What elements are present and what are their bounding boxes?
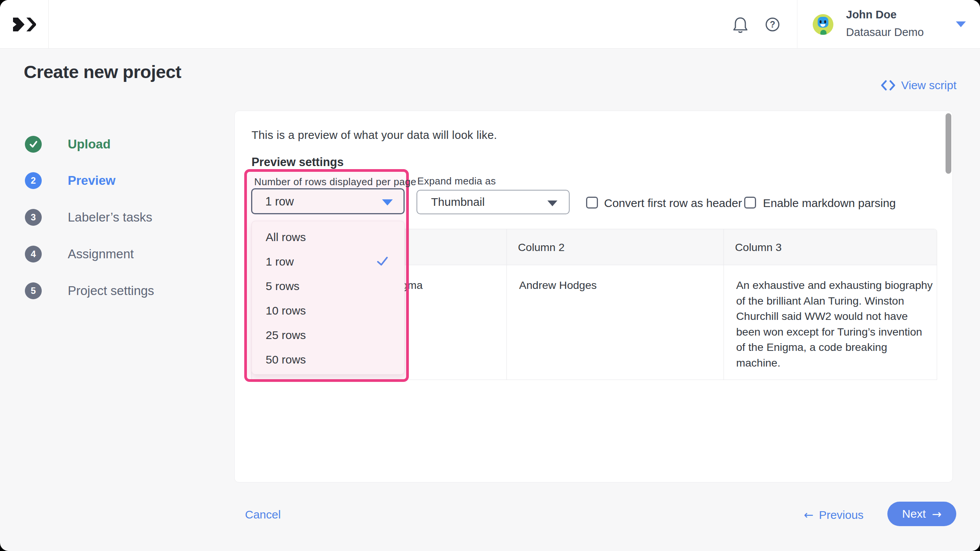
avatar-face	[818, 17, 828, 28]
notifications-bell-icon[interactable]	[732, 16, 749, 34]
rows-per-page-label: Number of rows displayed per page	[254, 176, 416, 188]
preview-intro-text: This is a preview of what your data will…	[252, 129, 497, 142]
markdown-parsing-label: Enable markdown parsing	[763, 197, 896, 210]
dropdown-option-all-rows[interactable]: All rows	[252, 225, 404, 249]
dropdown-option-1-row[interactable]: 1 row	[252, 249, 404, 274]
arrow-right-icon: →	[932, 507, 941, 521]
previous-label: Previous	[819, 509, 864, 522]
stepper-item-assignment[interactable]: 4 Assignment	[25, 246, 201, 262]
avatar[interactable]	[813, 14, 833, 35]
user-menu-caret-icon[interactable]	[956, 21, 966, 27]
stepper-item-labelers-tasks[interactable]: 3 Labeler’s tasks	[25, 209, 201, 226]
rows-per-page-select[interactable]: 1 row	[251, 188, 405, 214]
dropdown-option-5-rows[interactable]: 5 rows	[252, 274, 404, 298]
table-cell-author: Andrew Hodges	[519, 279, 597, 292]
cancel-link[interactable]: Cancel	[245, 508, 281, 521]
next-label: Next	[902, 507, 926, 520]
chevron-down-icon	[547, 201, 557, 206]
step-number: 5	[25, 282, 42, 299]
dropdown-option-10-rows[interactable]: 10 rows	[252, 298, 404, 323]
step-check-icon	[25, 136, 42, 153]
arrow-left-icon: ←	[804, 508, 813, 522]
rows-per-page-dropdown-menu: All rows 1 row 5 rows 10 rows 25 rows 50…	[252, 221, 405, 375]
chevron-down-icon	[382, 199, 393, 205]
stepper-item-preview[interactable]: 2 Preview	[25, 172, 201, 189]
table-header-column-2: Column 2	[506, 229, 724, 265]
view-script-link[interactable]: View script	[880, 79, 957, 92]
next-button[interactable]: Next →	[887, 502, 956, 526]
dropdown-option-50-rows[interactable]: 50 rows	[252, 347, 404, 372]
stepper-item-project-settings[interactable]: 5 Project settings	[25, 282, 201, 299]
expand-media-value: Thumbnail	[431, 196, 485, 209]
markdown-parsing-checkbox[interactable]	[744, 197, 756, 209]
convert-first-row-label: Convert first row as header	[604, 197, 742, 210]
table-column-divider	[724, 229, 724, 380]
expand-media-select[interactable]: Thumbnail	[416, 190, 570, 214]
step-label: Preview	[68, 173, 116, 188]
view-script-label: View script	[901, 79, 957, 92]
rows-per-page-value: 1 row	[265, 195, 294, 208]
step-number: 4	[25, 246, 42, 262]
previous-link[interactable]: ← Previous	[804, 508, 864, 522]
step-number: 3	[25, 209, 42, 226]
preview-settings-heading: Preview settings	[252, 155, 344, 169]
step-label: Project settings	[68, 284, 154, 298]
selected-check-icon	[377, 256, 388, 266]
table-cell-description: An exhaustive and exhausting biography o…	[736, 277, 933, 370]
help-icon[interactable]: ?	[766, 18, 779, 31]
card-scrollbar-thumb[interactable]	[946, 113, 951, 174]
step-number: 2	[25, 172, 42, 189]
datasaur-logo[interactable]	[0, 0, 49, 49]
code-brackets-icon	[880, 80, 896, 91]
step-label: Upload	[68, 137, 111, 152]
convert-first-row-checkbox[interactable]	[586, 197, 598, 209]
page-title: Create new project	[24, 61, 181, 82]
user-name: John Doe	[846, 8, 897, 21]
topbar-divider	[797, 0, 797, 49]
datasaur-logo-icon	[12, 17, 36, 32]
dropdown-option-25-rows[interactable]: 25 rows	[252, 323, 404, 347]
stepper-item-upload[interactable]: Upload	[25, 136, 201, 153]
step-label: Labeler’s tasks	[68, 210, 152, 225]
workspace-name: Datasaur Demo	[846, 26, 924, 39]
dropdown-option-label: 1 row	[266, 255, 294, 268]
topbar: ? John Doe Datasaur Demo	[0, 0, 980, 49]
app-window: ? John Doe Datasaur Demo Create new proj…	[0, 0, 980, 551]
table-column-divider	[506, 229, 507, 380]
step-label: Assignment	[68, 247, 134, 261]
table-header-column-3: Column 3	[724, 229, 938, 265]
expand-media-label: Expand media as	[417, 175, 496, 187]
